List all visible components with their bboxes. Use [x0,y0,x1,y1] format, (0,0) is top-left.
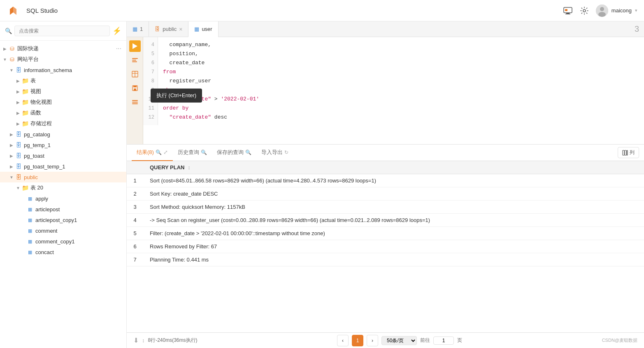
func-folder-icon: 📁 [21,109,29,117]
table-row: 2Sort Key: create_date DESC [127,187,644,201]
svg-rect-16 [134,89,136,91]
svg-rect-19 [132,102,138,103]
sidebar-item-label: apply [35,196,123,202]
chevron-right-icon: ▶ [8,164,15,169]
sidebar-item-biao[interactable]: ▶ 📁 表 [0,75,126,86]
table-folder-icon: 📁 [21,77,29,84]
svg-rect-10 [132,60,136,61]
svg-point-7 [598,12,606,17]
footer-right: CSDN@麦聪数据 [602,337,637,343]
sidebar-item-pg-toast-temp-1[interactable]: ▶ 🗄 pg_toast_temp_1 [0,161,126,172]
sidebar-item-guoji[interactable]: ▶ ⛁ 国际快递 ··· [0,43,126,54]
sidebar-item-label: 表 [30,77,123,84]
sidebar-item-articlepost[interactable]: ▦ articlepost [0,204,126,215]
more-icon[interactable]: ··· [114,45,123,52]
svg-rect-18 [132,100,138,101]
result-tab-label: 导入导出 [261,149,283,156]
chevron-right-icon: ▶ [8,143,15,147]
tab-1[interactable]: ▦ 1 [127,21,149,37]
sidebar-item-concact[interactable]: ▦ concact [0,247,126,257]
results-actions: 列 [618,147,639,158]
search-input[interactable] [14,26,110,36]
svg-rect-23 [627,150,628,155]
run-button[interactable] [129,40,141,52]
table-icon: ▦ [26,248,34,256]
result-tab-label: 保存的查询 [217,149,244,156]
monitor-icon[interactable] [563,6,573,16]
list-button[interactable] [129,96,141,108]
result-tab-import-export[interactable]: 导入导出 ↻ [256,145,293,161]
tab-user[interactable]: ▦ user [188,21,218,37]
topbar: SQL Studio maicong [0,0,644,21]
tab-public[interactable]: 🗄 public × [149,21,188,37]
goto-page-input[interactable] [433,336,454,345]
table-row: 5Filter: (create_date > '2022-02-01 00:0… [127,227,644,240]
line-numbers: 4 5 6 7 8 9 10 11 12 [143,37,158,125]
sidebar-item-comment-copy1[interactable]: ▦ comment_copy1 [0,236,126,247]
settings-icon[interactable] [579,6,589,16]
sidebar-item-pg-toast[interactable]: ▶ 🗄 pg_toast [0,150,126,161]
svg-rect-3 [565,9,567,11]
result-tab-results[interactable]: 结果(8) 🔍 ⤢ [132,145,173,161]
expand-icon[interactable]: ⤢ [163,149,168,155]
sidebar-item-wuhua[interactable]: ▶ 📁 物化视图 [0,97,126,107]
user-info[interactable]: maicong ▾ [596,5,637,17]
refresh-icon[interactable]: ↻ [284,149,288,155]
save-button[interactable] [129,82,141,94]
db-icon: 🗄 [15,152,22,159]
sidebar-item-label: articlepost_copy1 [35,217,123,223]
next-page-button[interactable]: › [367,335,378,346]
tab-scroll-right[interactable]: 3 [635,24,644,34]
result-tab-history[interactable]: 历史查询 🔍 [173,145,212,161]
sidebar-item-info-schema[interactable]: ▼ 🗄 information_schema [0,65,126,75]
app-title: SQL Studio [26,7,563,14]
sidebar-item-cunchu[interactable]: ▶ 📁 存储过程 [0,118,126,129]
search-icon: 🔍 [5,28,12,34]
sidebar-item-biao20[interactable]: ▼ 📁 表 20 [0,182,126,193]
sidebar-item-shitu[interactable]: ▶ 📁 视图 [0,86,126,97]
sidebar-item-pg-temp-1[interactable]: ▶ 🗄 pg_temp_1 [0,140,126,150]
search-icon[interactable]: 🔍 [156,149,162,155]
svg-rect-17 [133,86,137,87]
view-folder-icon: 📁 [21,88,29,95]
sidebar-item-label: pg_temp_1 [24,142,123,148]
connection-icon: ⛁ [8,45,16,52]
query-plan-value: Sort (cost=845.01..866.58 rows=8629 widt… [143,174,644,187]
goto-label: 前往 [420,337,430,344]
columns-button[interactable]: 列 [618,147,639,158]
user-dropdown-icon[interactable]: ▾ [635,8,637,13]
svg-rect-11 [132,61,137,62]
table-view-button[interactable] [129,68,141,80]
col-btn-label: 列 [630,149,635,156]
tab-label: 1 [140,26,143,32]
results-tabs: 结果(8) 🔍 ⤢ 历史查询 🔍 保存的查询 🔍 导入导出 ↻ [127,145,644,161]
prev-page-button[interactable]: ‹ [337,335,349,346]
result-tab-saved[interactable]: 保存的查询 🔍 [212,145,256,161]
sidebar-item-hanshu[interactable]: ▶ 📁 函数 [0,107,126,118]
format-button[interactable] [129,54,141,66]
db-icon: 🗄 [15,66,22,74]
page-1-button[interactable]: 1 [352,335,363,346]
sidebar-item-public[interactable]: ▼ 🗄 public [0,172,126,182]
chevron-down-icon: ▼ [8,68,15,72]
sidebar-item-comment[interactable]: ▦ comment [0,225,126,236]
sidebar-item-articlepost-copy1[interactable]: ▦ articlepost_copy1 [0,215,126,225]
chevron-down-icon: ▼ [8,175,15,180]
sidebar-item-pg-catalog[interactable]: ▶ 🗄 pg_catalog [0,129,126,140]
col-num-header [127,161,143,174]
tab-close-icon[interactable]: × [179,26,182,33]
download-icon[interactable]: ⬇ [133,336,139,344]
table-icon: ▦ [26,195,34,202]
result-tab-label: 历史查询 [178,149,199,156]
search-icon[interactable]: 🔍 [201,149,207,155]
code-editor[interactable]: 4 5 6 7 8 9 10 11 12 company_name, posit… [143,37,644,144]
code-content[interactable]: company_name, position, create_date from… [158,37,644,125]
search-icon[interactable]: 🔍 [245,149,251,155]
sidebar-item-apply[interactable]: ▦ apply [0,193,126,204]
sort-icon[interactable]: ↕ [142,337,145,343]
proc-folder-icon: 📁 [21,120,29,127]
chevron-right-icon: ▶ [15,111,21,115]
flash-icon[interactable]: ⚡ [112,26,121,35]
sidebar-item-wangzhan[interactable]: ▼ ⛁ 网站平台 [0,54,126,65]
per-page-select[interactable]: 50条/页 100条/页 200条/页 [381,336,417,345]
